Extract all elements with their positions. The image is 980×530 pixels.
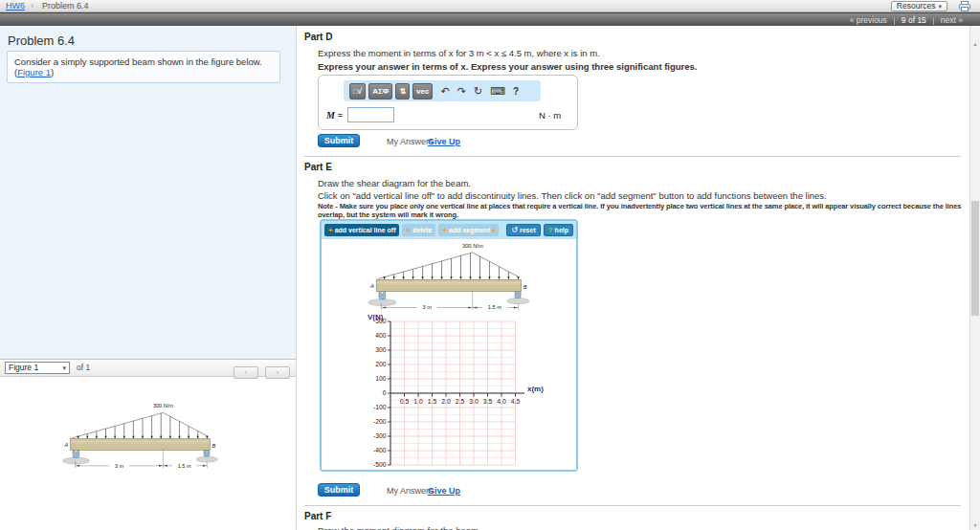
beam-body xyxy=(71,439,211,451)
add-segment-label: add segment xyxy=(449,227,490,233)
equation-toolbar: □√ ΑΣΦ ⇅ vec ↶ ↷ ↻ ⌨ ? xyxy=(344,80,541,101)
figure-panel: Figure 1▾ of 1 ‹ › 300 N/m3 m1.5 mAB xyxy=(0,359,297,530)
nav-divider xyxy=(933,17,934,25)
vector-button[interactable]: vec xyxy=(412,83,433,99)
add-vertical-line-label: add vertical line off xyxy=(335,227,396,233)
y-tick-label: 100 xyxy=(375,375,387,382)
add-vertical-line-button[interactable]: +add vertical line off xyxy=(324,224,399,236)
part-f-prompt: Draw the moment diagram for the beam. xyxy=(318,525,481,530)
my-answers-link[interactable]: My Answers xyxy=(387,486,434,496)
figure-link[interactable]: Figure 1 xyxy=(17,67,51,77)
y-tick-label: 200 xyxy=(375,361,387,367)
nav-position: 9 of 15 xyxy=(902,15,926,25)
x-axis-label: x(m) xyxy=(527,385,544,393)
x-tick-label: 0.5 xyxy=(400,398,410,405)
statement-text-end: ) xyxy=(51,67,54,77)
reset-button[interactable]: ↺reset xyxy=(506,224,540,236)
submit-button-part-e[interactable]: Submit xyxy=(318,483,360,497)
support-b-label: B xyxy=(212,443,216,449)
x-tick-label: 3.5 xyxy=(483,398,493,405)
plus-icon: + xyxy=(328,226,333,234)
answer-variable-label: M = xyxy=(326,110,343,121)
y-tick-label: 400 xyxy=(375,332,387,339)
resources-dropdown[interactable]: Resources▾ xyxy=(891,1,947,11)
beam-body xyxy=(376,279,521,291)
reset-icon: ↺ xyxy=(511,226,518,234)
plot-canvas[interactable]: 300 N/m3 m1.5 mAB 5004003002001000-100-2… xyxy=(322,239,576,470)
figure-header: Figure 1▾ of 1 ‹ › xyxy=(0,360,296,377)
arrows-button[interactable]: ⇅ xyxy=(395,83,410,99)
y-tick-label: -500 xyxy=(373,461,387,468)
scroll-up-icon[interactable]: ▲ xyxy=(970,41,980,47)
delete-button[interactable]: ×delete xyxy=(402,224,435,236)
give-up-link[interactable]: Give Up xyxy=(428,486,460,496)
page-scrollbar[interactable]: ▲ ▼ xyxy=(969,26,980,530)
keyboard-icon[interactable]: ⌨ xyxy=(490,83,505,99)
greek-letters-button[interactable]: ΑΣΦ xyxy=(368,83,392,99)
graph-toolbar: +add vertical line off ×delete +add segm… xyxy=(322,221,576,239)
breadcrumb-hw-link[interactable]: HW6 xyxy=(6,0,25,11)
part-f-heading: Part F xyxy=(304,511,331,521)
help-button[interactable]: ?help xyxy=(544,224,573,236)
beam-figure: 300 N/m3 m1.5 mAB xyxy=(53,400,230,471)
dim-right-label: 1.5 m xyxy=(178,463,191,469)
y-tick-label: -400 xyxy=(373,447,387,453)
shear-plot-grid[interactable]: 5004003002001000-100-200-300-400-5000.51… xyxy=(360,310,580,470)
figure-next-button[interactable]: › xyxy=(265,366,290,379)
breadcrumb-current: Problem 6.4 xyxy=(42,0,89,11)
scrollbar-thumb[interactable] xyxy=(971,201,979,316)
roller-support-b xyxy=(204,450,210,456)
y-axis-label: V(N) xyxy=(368,313,384,321)
x-tick-label: 4.0 xyxy=(497,398,506,405)
delete-label: delete xyxy=(412,227,432,233)
load-label: 300 N/m xyxy=(153,403,173,409)
part-e-note-line1: Note - Make sure you place only one vert… xyxy=(318,202,961,210)
figure-count: of 1 xyxy=(77,363,90,372)
part-e-instruction: Click on "add vertical line off" to add … xyxy=(318,190,827,201)
scroll-down-icon[interactable]: ▼ xyxy=(970,522,980,528)
y-tick-label: 300 xyxy=(375,346,387,353)
y-tick-label: 0 xyxy=(383,389,387,396)
shear-diagram-widget: +add vertical line off ×delete +add segm… xyxy=(320,219,578,472)
page-title: Problem 6.4 xyxy=(8,33,75,48)
give-up-link[interactable]: Give Up xyxy=(428,137,460,146)
moment-answer-input[interactable] xyxy=(347,107,394,122)
part-d-prompt: Express the moment in terms of x for 3 m… xyxy=(318,48,600,58)
figure-prev-button[interactable]: ‹ xyxy=(234,366,258,379)
section-divider xyxy=(304,156,961,157)
support-b-label: B xyxy=(523,284,527,290)
y-tick-label: -200 xyxy=(373,418,387,425)
reset-icon[interactable]: ↻ xyxy=(474,83,482,99)
chevron-down-icon: ▾ xyxy=(938,3,942,10)
x-tick-label: 1.5 xyxy=(428,398,437,405)
next-link[interactable]: next » xyxy=(941,15,963,25)
x-tick-label: 2.0 xyxy=(441,398,451,405)
section-divider xyxy=(304,505,961,506)
previous-link[interactable]: « previous xyxy=(850,15,887,25)
redo-icon[interactable]: ↷ xyxy=(457,83,466,99)
resources-label: Resources xyxy=(897,1,936,11)
templates-button[interactable]: □√ xyxy=(349,83,366,99)
breadcrumb-bar: HW6 › Problem 6.4 Resources▾ xyxy=(0,0,980,12)
y-tick-label: -100 xyxy=(373,404,387,410)
problem-statement: Consider a simply supported beam shown i… xyxy=(7,51,280,83)
chevron-down-icon: ▾ xyxy=(492,227,495,233)
part-d-heading: Part D xyxy=(304,32,332,42)
answer-unit: N · m xyxy=(539,110,561,121)
reset-label: reset xyxy=(520,227,536,233)
figure-select[interactable]: Figure 1▾ xyxy=(5,362,70,374)
part-e-heading: Part E xyxy=(304,162,332,172)
submit-button-part-d[interactable]: Submit xyxy=(318,134,360,147)
support-a-label: A xyxy=(369,283,374,289)
y-tick-label: -300 xyxy=(373,432,387,439)
figure-select-value: Figure 1 xyxy=(9,363,38,372)
x-tick-label: 1.0 xyxy=(413,398,423,405)
my-answers-link[interactable]: My Answers xyxy=(387,137,434,146)
answer-box: □√ ΑΣΦ ⇅ vec ↶ ↷ ↻ ⌨ ? M = N · m xyxy=(318,75,578,130)
support-a-label: A xyxy=(64,442,69,448)
help-icon[interactable]: ? xyxy=(513,83,519,99)
undo-icon[interactable]: ↶ xyxy=(440,83,449,99)
question-icon: ? xyxy=(548,226,553,234)
add-segment-button[interactable]: +add segment▾ xyxy=(438,224,499,236)
dim-left-label: 3 m xyxy=(115,463,124,469)
